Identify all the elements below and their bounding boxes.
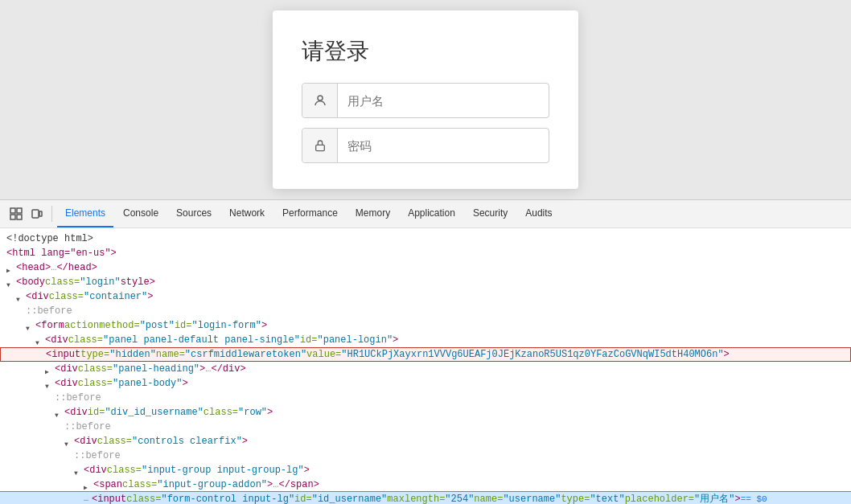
tab-audits[interactable]: Audits [517, 200, 560, 227]
lock-icon [302, 129, 338, 162]
tab-performance[interactable]: Performance [274, 200, 346, 227]
svg-rect-3 [17, 208, 22, 213]
tab-security[interactable]: Security [465, 200, 516, 227]
code-line-14: ::before [0, 420, 851, 434]
tab-console[interactable]: Console [115, 200, 166, 227]
inspect-element-icon[interactable] [6, 204, 26, 223]
triangle-input-group[interactable] [74, 465, 82, 473]
code-line-1[interactable]: <!doctype html> [0, 232, 851, 246]
code-line-2[interactable]: <html lang="en-us"> [0, 246, 851, 260]
devtools-toolbar: Elements Console Sources Network Perform… [0, 199, 851, 228]
tab-sources[interactable]: Sources [168, 200, 220, 227]
svg-rect-2 [10, 208, 15, 213]
svg-rect-4 [10, 215, 15, 219]
svg-rect-7 [39, 211, 42, 216]
username-input-group [302, 83, 549, 118]
code-line-6: ::before [0, 304, 851, 318]
code-line-15[interactable]: <div class="controls clearfix"> [0, 434, 851, 449]
svg-rect-1 [315, 145, 324, 150]
browser-preview: 请登录 [0, 0, 851, 199]
triangle-panel-heading[interactable] [45, 364, 53, 372]
code-line-3[interactable]: <head>…</head> [0, 260, 851, 275]
devtools-code-panel: <!doctype html> <html lang="en-us"> <hea… [0, 228, 851, 504]
tab-elements[interactable]: Elements [57, 200, 113, 227]
svg-rect-6 [32, 210, 39, 218]
tab-network[interactable]: Network [221, 200, 273, 227]
login-title: 请登录 [302, 36, 549, 67]
triangle-container[interactable] [16, 292, 24, 300]
triangle-body[interactable] [6, 277, 14, 285]
code-line-18[interactable]: <span class="input-group-addon">…</span> [0, 477, 851, 492]
svg-point-0 [318, 96, 323, 100]
triangle-head[interactable] [6, 263, 14, 271]
code-line-11[interactable]: <div class="panel-body"> [0, 376, 851, 391]
login-card: 请登录 [273, 10, 578, 189]
triangle-form[interactable] [26, 321, 34, 329]
code-line-5[interactable]: <div class="container"> [0, 289, 851, 304]
active-element-indicator: … [84, 492, 88, 504]
code-line-19[interactable]: … <input class="form-control input-lg" i… [0, 492, 851, 504]
password-input-group [302, 128, 549, 163]
username-field[interactable] [338, 94, 549, 108]
tab-memory[interactable]: Memory [347, 200, 398, 227]
code-line-7[interactable]: <form action method="post" id="login-for… [0, 318, 851, 333]
tab-application[interactable]: Application [400, 200, 463, 227]
code-line-13[interactable]: <div id="div_id_username" class="row"> [0, 405, 851, 420]
triangle-panel[interactable] [35, 335, 43, 343]
svg-rect-5 [17, 215, 22, 219]
code-line-8[interactable]: <div class="panel panel-default panel-si… [0, 333, 851, 347]
code-line-12: ::before [0, 391, 851, 405]
triangle-span[interactable] [84, 480, 92, 488]
triangle-username-row[interactable] [55, 408, 63, 416]
code-line-16: ::before [0, 449, 851, 463]
code-line-17[interactable]: <div class="input-group input-group-lg"> [0, 463, 851, 477]
toolbar-separator [51, 206, 52, 222]
code-line-10[interactable]: <div class="panel-heading">…</div> [0, 362, 851, 376]
code-line-9[interactable]: <input type="hidden" name="csrfmiddlewar… [0, 347, 851, 362]
device-toolbar-icon[interactable] [27, 204, 47, 223]
triangle-panel-body[interactable] [45, 379, 53, 387]
user-icon [302, 84, 338, 117]
code-line-4[interactable]: <body class="login" style> [0, 275, 851, 289]
password-field[interactable] [338, 139, 549, 153]
triangle-controls[interactable] [64, 436, 72, 445]
